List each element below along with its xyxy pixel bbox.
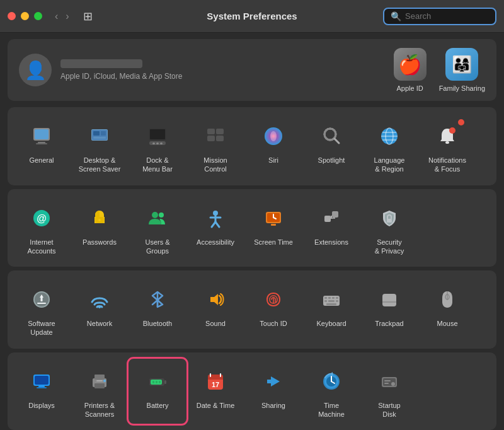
- pref-item-dock-menu-bar[interactable]: Dock & Menu Bar: [129, 113, 186, 179]
- pref-icon-spotlight: [315, 120, 348, 153]
- pref-icon-trackpad: [373, 283, 406, 316]
- profile-right: 🍎 Apple ID 👨‍👩‍👧 Family Sharing: [394, 48, 485, 92]
- pref-icon-battery: [141, 365, 174, 398]
- pref-icon-desktop-screensaver: [83, 120, 116, 153]
- pref-item-general[interactable]: General: [13, 113, 71, 179]
- pref-icon-mouse: [431, 283, 464, 316]
- svg-rect-101: [384, 383, 389, 384]
- pref-icon-startup-disk: [373, 365, 406, 398]
- profile-section[interactable]: 👤 Apple ID, iCloud, Media & App Store 🍎 …: [8, 39, 496, 101]
- svg-rect-18: [216, 136, 224, 141]
- pref-label-desktop-screensaver: Desktop & Screen Saver: [79, 156, 121, 174]
- pref-item-time-machine[interactable]: Time Machine: [302, 359, 360, 424]
- svg-rect-14: [160, 142, 163, 144]
- pref-item-language-region[interactable]: Language & Region: [360, 113, 418, 179]
- pref-item-internet-accounts[interactable]: @Internet Accounts: [13, 195, 71, 261]
- pref-icon-printers-scanners: [83, 365, 116, 398]
- pref-label-passwords: Passwords: [83, 238, 117, 247]
- pref-item-siri[interactable]: Siri: [244, 113, 302, 179]
- pref-item-passwords[interactable]: Passwords: [71, 195, 129, 261]
- pref-item-startup-disk[interactable]: Startup Disk: [360, 359, 418, 424]
- pref-label-time-machine: Time Machine: [318, 401, 345, 419]
- pref-item-mission-control[interactable]: Mission Control: [186, 113, 244, 179]
- pref-icon-extensions: [315, 202, 348, 235]
- pref-icon-users-groups: [141, 202, 174, 235]
- pref-item-sound[interactable]: Sound: [186, 277, 244, 342]
- pref-item-notifications-focus[interactable]: Notifications & Focus: [418, 113, 476, 179]
- section-network: Software UpdateNetworkBluetoothSoundTouc…: [8, 270, 496, 349]
- apple-id-item[interactable]: 🍎 Apple ID: [394, 48, 427, 92]
- pref-item-sharing[interactable]: Sharing: [244, 359, 302, 424]
- profile-subtitle: Apple ID, iCloud, Media & App Store: [60, 72, 182, 81]
- pref-item-date-time[interactable]: 17Date & Time: [186, 359, 244, 424]
- grid-network: Software UpdateNetworkBluetoothSoundTouc…: [13, 277, 491, 342]
- svg-line-23: [335, 139, 339, 143]
- pref-item-bluetooth[interactable]: Bluetooth: [129, 277, 186, 342]
- minimize-button[interactable]: [21, 12, 29, 20]
- pref-icon-security-privacy: [373, 202, 406, 235]
- pref-label-software-update: Software Update: [28, 319, 55, 337]
- pref-label-users-groups: Users & Groups: [145, 238, 169, 256]
- pref-label-spotlight: Spotlight: [318, 156, 345, 165]
- maximize-button[interactable]: [34, 12, 42, 20]
- pref-item-printers-scanners[interactable]: Printers & Scanners: [71, 359, 129, 424]
- pref-label-keyboard: Keyboard: [316, 319, 346, 328]
- grid-icon[interactable]: ⊞: [83, 9, 93, 23]
- pref-label-security-privacy: Security & Privacy: [375, 238, 404, 256]
- svg-rect-61: [336, 297, 338, 299]
- pref-label-extensions: Extensions: [314, 238, 348, 247]
- svg-rect-3: [36, 143, 47, 144]
- pref-icon-general: [25, 120, 58, 153]
- close-button[interactable]: [8, 12, 16, 20]
- pref-item-desktop-screensaver[interactable]: Desktop & Screen Saver: [71, 113, 129, 179]
- pref-icon-software-update: [25, 283, 58, 316]
- pref-label-bluetooth: Bluetooth: [143, 319, 172, 328]
- profile-info: Apple ID, iCloud, Media & App Store: [60, 59, 182, 81]
- pref-icon-bluetooth: [141, 283, 174, 316]
- pref-item-touch-id[interactable]: Touch ID: [244, 277, 302, 342]
- pref-icon-dock-menu-bar: [141, 120, 174, 153]
- pref-item-accessibility[interactable]: Accessibility: [186, 195, 244, 261]
- pref-item-users-groups[interactable]: Users & Groups: [129, 195, 186, 261]
- back-button[interactable]: ‹: [52, 9, 60, 23]
- svg-rect-44: [271, 224, 276, 226]
- pref-item-trackpad[interactable]: Trackpad: [360, 277, 418, 342]
- forward-button[interactable]: ›: [63, 9, 71, 23]
- svg-rect-83: [156, 381, 158, 383]
- svg-rect-1: [35, 129, 49, 139]
- svg-point-30: [449, 127, 455, 134]
- pref-item-spotlight[interactable]: Spotlight: [302, 113, 360, 179]
- search-input[interactable]: [405, 11, 489, 21]
- pref-label-sound: Sound: [205, 319, 226, 328]
- svg-rect-62: [324, 300, 327, 302]
- pref-icon-keyboard: [315, 283, 348, 316]
- pref-item-extensions[interactable]: Extensions: [302, 195, 360, 261]
- pref-label-displays: Displays: [28, 401, 55, 410]
- search-box[interactable]: 🔍: [383, 8, 496, 25]
- pref-icon-touch-id: [257, 283, 290, 316]
- grid-system: DisplaysPrinters & ScannersBattery17Date…: [13, 359, 491, 424]
- pref-item-displays[interactable]: Displays: [13, 359, 71, 424]
- pref-item-software-update[interactable]: Software Update: [13, 277, 71, 342]
- pref-icon-siri: [257, 120, 290, 153]
- svg-rect-48: [332, 211, 338, 218]
- pref-item-battery[interactable]: Battery: [129, 359, 186, 424]
- pref-item-screen-time[interactable]: Screen Time: [244, 195, 302, 261]
- pref-icon-accessibility: [199, 202, 232, 235]
- pref-item-network[interactable]: Network: [71, 277, 129, 342]
- pref-icon-date-time: 17: [199, 365, 232, 398]
- svg-rect-58: [324, 297, 327, 299]
- svg-text:@: @: [37, 213, 47, 224]
- pref-item-security-privacy[interactable]: Security & Privacy: [360, 195, 418, 261]
- pref-label-dock-menu-bar: Dock & Menu Bar: [142, 156, 173, 174]
- pref-label-battery: Battery: [147, 401, 169, 410]
- pref-item-keyboard[interactable]: Keyboard: [302, 277, 360, 342]
- svg-rect-16: [216, 129, 224, 134]
- pref-icon-sharing: [257, 365, 290, 398]
- svg-marker-56: [210, 294, 218, 305]
- pref-item-mouse[interactable]: Mouse: [418, 277, 476, 342]
- pref-label-startup-disk: Startup Disk: [378, 401, 400, 419]
- svg-rect-84: [159, 381, 161, 383]
- profile-name-blur: [60, 59, 142, 68]
- family-sharing-item[interactable]: 👨‍👩‍👧 Family Sharing: [439, 48, 485, 92]
